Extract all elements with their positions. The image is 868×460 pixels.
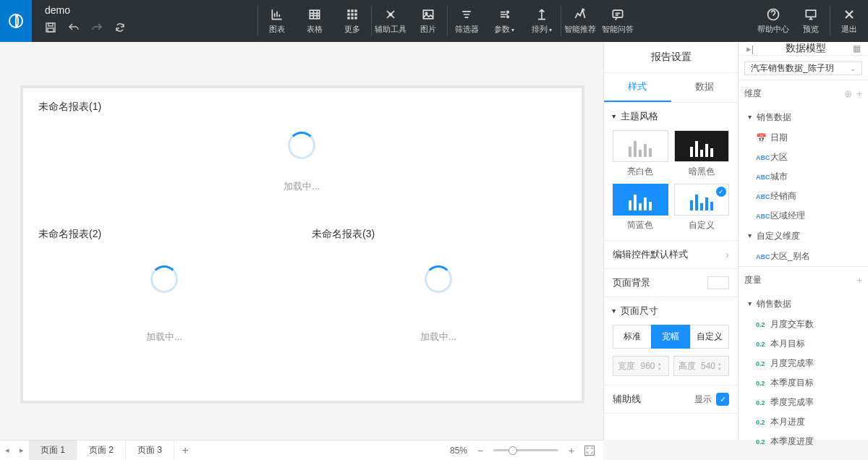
document-title: demo — [45, 4, 246, 16]
tb-more[interactable]: 更多 — [333, 0, 371, 42]
canvas[interactable]: 未命名报表(1) 加载中... 未命名报表(2) 加载中... 未命名报表(3)… — [0, 42, 603, 440]
zoom-value: 85% — [450, 446, 467, 456]
measure-field[interactable]: 0.2季度完成率 — [739, 393, 868, 412]
tb-smart-qa[interactable]: 智能问答 — [599, 0, 637, 42]
svg-rect-19 — [613, 10, 622, 17]
zoom-slider[interactable] — [493, 449, 558, 451]
tb-auxtool[interactable]: 辅助工具 — [372, 0, 409, 42]
report-card-2[interactable]: 未命名报表(2) 加载中... — [30, 221, 298, 373]
theme-custom[interactable]: 自定义 — [674, 184, 730, 231]
svg-rect-6 — [351, 9, 353, 12]
page-prev[interactable]: ◂ — [0, 446, 14, 455]
tb-smart-recommend[interactable]: 智能推荐 — [561, 0, 599, 42]
theme-dark[interactable]: 暗黑色 — [674, 130, 730, 178]
refresh-icon[interactable] — [114, 22, 126, 33]
report-board: 未命名报表(1) 加载中... 未命名报表(2) 加载中... 未命名报表(3)… — [20, 85, 584, 404]
zoom-out[interactable]: − — [475, 445, 486, 456]
svg-rect-2 — [48, 23, 53, 26]
chevron-down-icon: ⌄ — [850, 64, 856, 72]
aux-line-toggle[interactable] — [716, 393, 729, 406]
group-custom-dims[interactable]: ▸自定义维度 — [739, 226, 868, 247]
undo-icon[interactable] — [68, 22, 80, 33]
row-page-bg: 页面背景 — [604, 269, 738, 297]
report-card-3[interactable]: 未命名报表(3) 加载中... — [304, 221, 573, 373]
page-next[interactable]: ▸ — [14, 446, 29, 455]
svg-rect-15 — [423, 10, 433, 19]
bg-color-swatch[interactable] — [707, 276, 729, 289]
width-input[interactable]: 宽度960▴▾ — [613, 356, 669, 376]
size-standard[interactable]: 标准 — [613, 325, 652, 349]
app-logo[interactable] — [0, 0, 32, 42]
svg-rect-8 — [347, 13, 349, 15]
footer-bar: ◂ ▸ 页面 1页面 2页面 3 + 85% − + ⛶ — [0, 440, 603, 460]
spinner-icon — [150, 265, 178, 293]
tb-sort[interactable]: 排列▾ — [523, 0, 561, 42]
size-custom[interactable]: 自定义 — [690, 325, 729, 349]
tb-image[interactable]: 图片 — [409, 0, 447, 42]
svg-rect-10 — [354, 13, 357, 15]
add-page[interactable]: + — [174, 444, 196, 457]
tb-param[interactable]: 参数▾ — [485, 0, 523, 42]
measure-field[interactable]: 0.2本季度进度 — [739, 432, 868, 451]
group-sales-meas[interactable]: ▸销售数据 — [739, 294, 868, 315]
svg-rect-12 — [351, 17, 353, 19]
zoom-fit[interactable]: ⛶ — [584, 446, 595, 456]
data-model-panel: ▸| 数据模型 ▦ 汽车销售数据_陈子玥⌄ 维度 ⊕ + ▸销售数据 📅日期AB… — [738, 42, 868, 440]
page-tab[interactable]: 页面 2 — [77, 440, 126, 460]
tab-data[interactable]: 数据 — [671, 73, 739, 102]
measure-field[interactable]: 0.2月度交车数 — [739, 315, 868, 334]
check-icon — [716, 187, 726, 197]
tb-help[interactable]: 帮助中心 — [754, 0, 792, 42]
measure-field[interactable]: 0.2月度完成率 — [739, 354, 868, 373]
measure-field[interactable]: 0.2本月目标 — [739, 334, 868, 354]
dimensions-header: 维度 ⊕ + — [739, 80, 868, 107]
tb-filter[interactable]: 筛选器 — [448, 0, 485, 42]
grid-icon[interactable]: ▦ — [851, 43, 862, 54]
dimension-field[interactable]: ABC区域经理 — [739, 206, 868, 226]
tab-style[interactable]: 样式 — [604, 73, 671, 102]
theme-blue[interactable]: 简蓝色 — [613, 184, 668, 231]
collapse-icon[interactable]: ▸| — [744, 43, 756, 54]
zoom-in[interactable]: + — [566, 445, 577, 456]
globe-icon[interactable]: ⊕ — [844, 88, 852, 99]
svg-point-14 — [389, 13, 391, 15]
spinner-icon — [425, 265, 452, 293]
chevron-right-icon: › — [726, 249, 729, 260]
svg-point-18 — [507, 16, 509, 18]
report-card-1[interactable]: 未命名报表(1) 加载中... — [30, 94, 573, 210]
tb-preview[interactable]: 预览 — [792, 0, 830, 42]
settings-title: 报告设置 — [604, 42, 738, 73]
row-aux-line: 辅助线 显示 — [604, 386, 738, 413]
measure-field[interactable]: 0.2本季度目标 — [739, 373, 868, 393]
spinner-icon — [288, 132, 315, 159]
dimension-field[interactable]: ABC经销商 — [739, 187, 868, 206]
tb-exit[interactable]: 退出 — [830, 0, 868, 42]
group-sales-dims[interactable]: ▸销售数据 — [739, 107, 868, 128]
svg-rect-4 — [310, 10, 319, 19]
size-wide[interactable]: 宽幅 — [651, 325, 690, 349]
tb-table[interactable]: 表格 — [296, 0, 333, 42]
section-page-size[interactable]: ▸页面尺寸 — [604, 297, 738, 325]
theme-light[interactable]: 亮白色 — [613, 130, 668, 178]
add-icon[interactable]: + — [856, 275, 862, 286]
save-icon[interactable] — [45, 22, 56, 33]
page-tab[interactable]: 页面 1 — [29, 440, 77, 460]
tb-chart[interactable]: 图表 — [258, 0, 296, 42]
svg-rect-5 — [347, 9, 349, 12]
section-theme[interactable]: ▸主题风格 — [604, 103, 738, 130]
dimension-field[interactable]: 📅日期 — [739, 128, 868, 148]
datasource-select[interactable]: 汽车销售数据_陈子玥⌄ — [744, 61, 862, 75]
dimension-field[interactable]: ABC城市 — [739, 167, 868, 187]
redo-icon[interactable] — [91, 22, 103, 33]
svg-rect-21 — [806, 10, 815, 17]
section-control-style[interactable]: 编辑控件默认样式› — [604, 241, 738, 268]
measures-header: 度量 + — [739, 267, 868, 294]
page-tab[interactable]: 页面 3 — [126, 440, 174, 460]
measure-field[interactable]: 0.2本月进度 — [739, 412, 868, 432]
dimension-field[interactable]: ABC大区_别名 — [739, 247, 868, 266]
add-icon[interactable]: + — [856, 88, 862, 99]
dimension-field[interactable]: ABC大区 — [739, 148, 868, 167]
height-input[interactable]: 高度540▴▾ — [673, 356, 730, 376]
svg-rect-9 — [351, 13, 353, 15]
svg-point-17 — [507, 11, 509, 13]
